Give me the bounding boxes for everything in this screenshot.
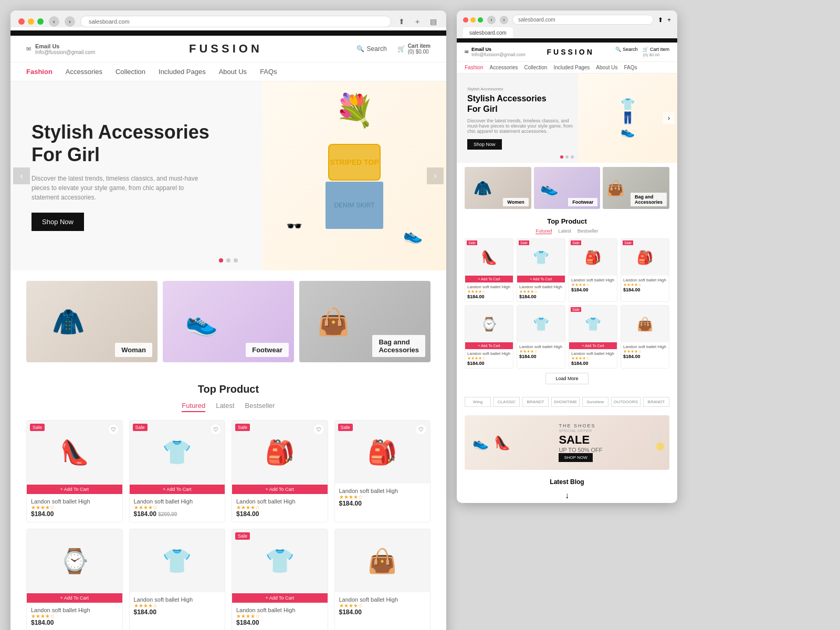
right-email-label: Email Us: [471, 47, 526, 52]
product-card-1: Sale ♡ 👠 + Add To Cart Landon soft balle…: [26, 420, 123, 522]
right-nav-collection[interactable]: Collection: [524, 65, 547, 70]
right-name-5: Landon soft ballet High: [467, 351, 511, 356]
product-stars-2: ★★★★☆: [134, 505, 221, 510]
wishlist-2[interactable]: ♡: [210, 424, 222, 435]
search-link[interactable]: 🔍 Search: [356, 45, 387, 52]
close-dot[interactable]: [18, 18, 25, 25]
right-sale-2: Sale: [519, 240, 529, 245]
add-cart-5[interactable]: + Add To Cart: [27, 593, 122, 603]
right-nav-about[interactable]: About Us: [596, 65, 617, 70]
right-max-dot[interactable]: [478, 17, 483, 23]
right-hero-dots: [560, 155, 574, 159]
wishlist-3[interactable]: ♡: [313, 424, 324, 435]
right-name-6: Landon soft ballet High: [519, 344, 563, 349]
right-hero-desc: Discover the latest trends, timeless cla…: [467, 118, 577, 134]
product-price-4: $184.00: [339, 500, 426, 507]
category-bag[interactable]: 👜 Bag annd Accessories: [299, 281, 430, 362]
right-shoes-cta[interactable]: SHOP NOW: [559, 453, 592, 462]
nav-fashion[interactable]: Fashion: [26, 68, 52, 76]
right-dot-2[interactable]: [565, 155, 569, 159]
back-button[interactable]: ‹: [49, 16, 59, 27]
nav-accessories[interactable]: Accessories: [66, 68, 102, 76]
right-shoes-text: THE SHOES SPECIAL OFFER SALE UP TO 50% O…: [559, 423, 602, 462]
tab-bestseller[interactable]: Bestseller: [245, 402, 275, 412]
right-fwd-btn[interactable]: ›: [500, 16, 508, 24]
right-cart-link[interactable]: 🛒 Cart Item(0) $0.00: [643, 47, 669, 57]
search-label: Search: [367, 45, 387, 52]
sidebar-button[interactable]: ▤: [428, 16, 438, 27]
right-cat-footwear[interactable]: 👟 Footwear: [534, 167, 601, 209]
right-stars-4: ★★★★☆: [623, 282, 667, 287]
right-share-btn[interactable]: ⬆: [658, 16, 663, 24]
wishlist-1[interactable]: ♡: [108, 424, 119, 435]
top-products-section: Top Product Futured Latest Bestseller Sa…: [10, 373, 446, 630]
tab-featured[interactable]: Futured: [182, 402, 205, 412]
right-close-dot[interactable]: [463, 17, 468, 23]
right-hero-next[interactable]: ›: [663, 112, 675, 124]
hero-dot-2[interactable]: [226, 258, 230, 262]
right-nav-accessories[interactable]: Accessories: [490, 65, 518, 70]
cart-link[interactable]: 🛒 Cart item (0) $0.00: [397, 43, 430, 55]
right-tab[interactable]: salesboard.com: [463, 27, 513, 38]
address-bar[interactable]: salesboard.com: [80, 16, 391, 27]
right-min-dot[interactable]: [470, 17, 476, 23]
right-cat-bag[interactable]: 👜 Bag and Accessories: [603, 167, 669, 209]
wishlist-4[interactable]: ♡: [415, 424, 427, 435]
right-nav-faqs[interactable]: FAQs: [624, 65, 637, 70]
hero-cta-button[interactable]: Shop Now: [32, 213, 84, 231]
right-tab-bestseller[interactable]: Bestseller: [578, 228, 598, 234]
add-cart-3[interactable]: + Add To Cart: [232, 485, 328, 494]
right-product-2: Sale 👕 + Add To Cart Landon soft ballet …: [517, 238, 565, 302]
category-section: 🧥 Woman 👟 Footwear 👜 Bag annd Accessorie…: [10, 270, 446, 373]
right-dot-3[interactable]: [571, 155, 574, 159]
site-topbar: [10, 30, 446, 36]
right-brand-1: Wing: [465, 397, 491, 407]
maximize-dot[interactable]: [37, 18, 44, 25]
category-woman[interactable]: 🧥 Woman: [26, 281, 158, 362]
right-add-cart-7[interactable]: + Add To Cart: [569, 342, 617, 349]
product-info-1: Landon soft ballet High ★★★★☆ $184.00: [27, 494, 122, 522]
right-add-cart-1[interactable]: + Add To Cart: [465, 276, 513, 282]
add-tab-button[interactable]: +: [412, 16, 423, 27]
right-search-link[interactable]: 🔍 Search: [615, 47, 637, 57]
right-add-cart-2[interactable]: + Add To Cart: [517, 276, 565, 282]
add-cart-1[interactable]: + Add To Cart: [27, 485, 122, 494]
minimize-dot[interactable]: [28, 18, 34, 25]
right-hero: Stylish Accessories Stylish AccessoriesF…: [457, 74, 677, 163]
hero-dot-3[interactable]: [234, 258, 238, 262]
right-info-7: Landon soft ballet High ★★★★☆ $184.00: [569, 349, 617, 368]
right-add-tab-btn[interactable]: +: [667, 16, 671, 24]
right-stars-6: ★★★★☆: [519, 349, 563, 354]
right-load-more[interactable]: Load More: [545, 373, 588, 384]
right-add-cart-5[interactable]: + Add To Cart: [465, 342, 513, 349]
right-topbar: [457, 38, 677, 43]
add-cart-7[interactable]: + Add To Cart: [232, 593, 328, 603]
nav-included-pages[interactable]: Included Pages: [159, 68, 206, 76]
right-name-8: Landon soft ballet High: [623, 344, 667, 349]
right-back-btn[interactable]: ‹: [487, 16, 496, 24]
hero-next-arrow[interactable]: ›: [427, 167, 444, 184]
right-tab-featured[interactable]: Futured: [536, 228, 552, 234]
nav-collection[interactable]: Collection: [116, 68, 145, 76]
add-cart-2[interactable]: + Add To Cart: [130, 485, 225, 494]
right-contact: ✉ Email Us Info@fussion@gmail.com: [465, 47, 526, 57]
right-nav-included[interactable]: Included Pages: [553, 65, 590, 70]
right-stars-8: ★★★★☆: [623, 349, 667, 354]
share-button[interactable]: ⬆: [396, 16, 407, 27]
cart-count: (0) $0.00: [408, 49, 430, 55]
right-address-bar[interactable]: salesboard.com: [512, 15, 654, 25]
right-price-8: $184.00: [623, 354, 667, 359]
forward-button[interactable]: ›: [65, 16, 75, 27]
right-cat-woman[interactable]: 🧥 Women: [465, 167, 531, 209]
category-footwear[interactable]: 👟 Footwear: [163, 281, 294, 362]
right-hero-cta[interactable]: Shop Now: [467, 139, 502, 150]
nav-about[interactable]: About Us: [219, 68, 247, 76]
tab-latest[interactable]: Latest: [216, 402, 234, 412]
right-dot-1[interactable]: [560, 155, 563, 159]
hero-dot-1[interactable]: [219, 258, 223, 262]
right-nav-fashion[interactable]: Fashion: [465, 65, 484, 70]
right-img-5: ⌚: [465, 306, 513, 342]
right-tab-latest[interactable]: Latest: [558, 228, 571, 234]
nav-faqs[interactable]: FAQs: [260, 68, 277, 76]
product-name-3: Landon soft ballet High: [236, 498, 323, 505]
